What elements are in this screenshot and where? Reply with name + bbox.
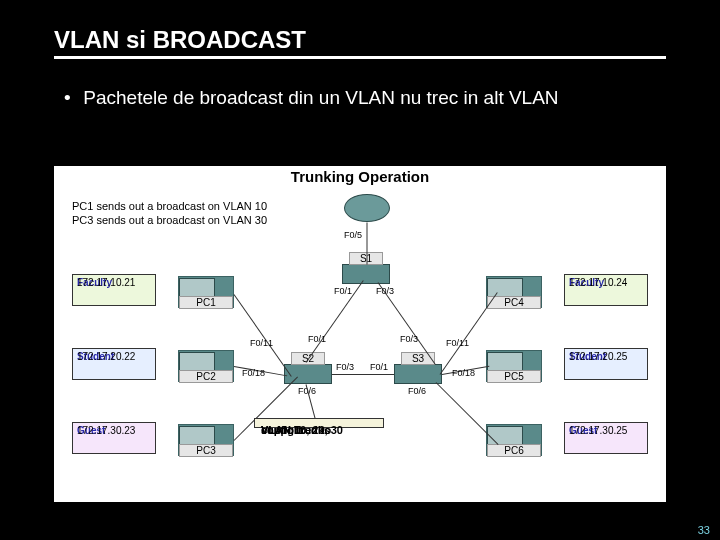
host-student-left-ip: 172.17.20.22 bbox=[77, 351, 135, 363]
port-s2-f03: F0/3 bbox=[336, 362, 354, 372]
host-faculty-left: Faculty 172.17.10.21 bbox=[72, 274, 156, 306]
pc4-icon: PC4 bbox=[486, 276, 542, 308]
port-s2-f01-up: F0/1 bbox=[308, 334, 326, 344]
port-s2-f011: F0/11 bbox=[250, 338, 273, 348]
pc5-icon: PC5 bbox=[486, 350, 542, 382]
bullet-dot: • bbox=[64, 86, 78, 110]
pc3-label: PC3 bbox=[179, 444, 233, 457]
pc2-icon: PC2 bbox=[178, 350, 234, 382]
caption-line-1: PC1 sends out a broadcast on VLAN 10 bbox=[72, 200, 267, 212]
host-student-right-ip: 172.17.20.25 bbox=[569, 351, 627, 363]
link-pc6-s3 bbox=[436, 382, 499, 445]
bullet-text: Pachetele de broadcast din un VLAN nu tr… bbox=[83, 87, 558, 108]
pc3-icon: PC3 bbox=[178, 424, 234, 456]
host-guest-left: Guest 172.17.30.23 bbox=[72, 422, 156, 454]
page-number: 33 bbox=[698, 524, 710, 536]
host-student-left: Student 172.17.20.22 bbox=[72, 348, 156, 380]
host-faculty-left-ip: 172.17.10.21 bbox=[77, 277, 135, 289]
trunk-note-l4: VLAN 10, 20, 30 bbox=[261, 423, 343, 438]
port-s2-f018: F0/18 bbox=[242, 368, 265, 378]
slide: VLAN si BROADCAST • Pachetele de broadca… bbox=[0, 0, 720, 540]
link-pc1-s2 bbox=[234, 294, 292, 376]
switch-s3-icon: S3 bbox=[394, 364, 442, 384]
port-s3-f018: F0/18 bbox=[452, 368, 475, 378]
diagram-title: Trunking Operation bbox=[54, 168, 666, 185]
host-guest-right-ip: 172.17.30.25 bbox=[569, 425, 627, 437]
link-router-s1 bbox=[367, 223, 368, 265]
pc5-label: PC5 bbox=[487, 370, 541, 383]
pc6-label: PC6 bbox=[487, 444, 541, 457]
pc4-label: PC4 bbox=[487, 296, 541, 309]
host-faculty-right: Faculty 172.17.10.24 bbox=[564, 274, 648, 306]
pc1-label: PC1 bbox=[179, 296, 233, 309]
port-s3-f06: F0/6 bbox=[408, 386, 426, 396]
host-student-right: Student 172.17.20.25 bbox=[564, 348, 648, 380]
port-f05: F0/5 bbox=[344, 230, 362, 240]
port-s3-f01: F0/1 bbox=[370, 362, 388, 372]
bullet-line: • Pachetele de broadcast din un VLAN nu … bbox=[64, 86, 559, 110]
port-s1-f03: F0/3 bbox=[376, 286, 394, 296]
pc1-icon: PC1 bbox=[178, 276, 234, 308]
diagram-canvas: Trunking Operation PC1 sends out a broad… bbox=[54, 166, 666, 502]
port-s1-f01: F0/1 bbox=[334, 286, 352, 296]
corner-tab bbox=[580, 0, 720, 36]
port-s3-f011: F0/11 bbox=[446, 338, 469, 348]
router-icon bbox=[344, 194, 390, 222]
slide-title: VLAN si BROADCAST bbox=[54, 26, 306, 54]
host-guest-right: Guest 172.17.30.25 bbox=[564, 422, 648, 454]
host-faculty-right-ip: 172.17.10.24 bbox=[569, 277, 627, 289]
switch-s1-icon: S1 bbox=[342, 264, 390, 284]
link-s2-s3 bbox=[332, 374, 394, 375]
caption-line-2: PC3 sends out a broadcast on VLAN 30 bbox=[72, 214, 267, 226]
pc2-label: PC2 bbox=[179, 370, 233, 383]
title-underline bbox=[54, 56, 666, 59]
trunk-note: VLAN Trunks configured to support: VLAN … bbox=[254, 418, 384, 428]
port-s3-f03-up: F0/3 bbox=[400, 334, 418, 344]
host-guest-left-ip: 172.17.30.23 bbox=[77, 425, 135, 437]
